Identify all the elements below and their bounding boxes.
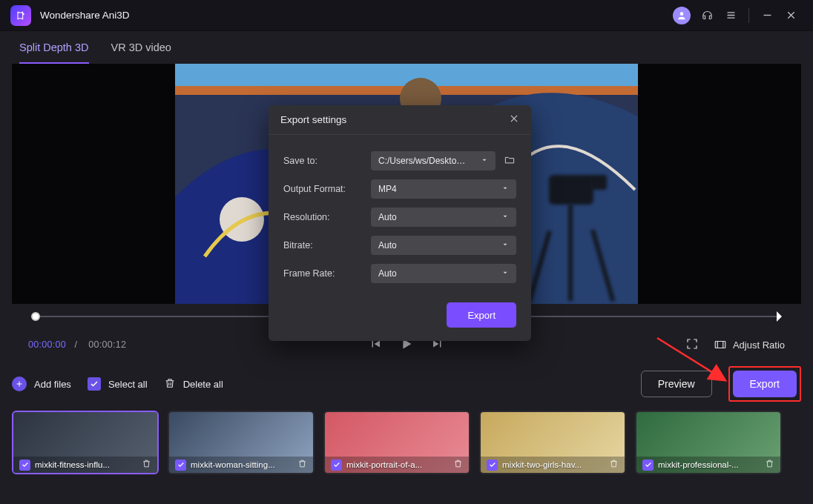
aspect-ratio-icon	[714, 338, 727, 351]
clip-footer: mixkit-two-girls-hav...	[481, 457, 625, 473]
output-format-label: Output Format:	[283, 184, 361, 194]
fullscreen-icon	[685, 337, 699, 351]
add-files-label: Add files	[34, 379, 71, 390]
clip-filename: mixkit-woman-sitting...	[191, 460, 293, 469]
time-separator: /	[74, 339, 77, 350]
titlebar: Wondershare Ani3D	[0, 0, 813, 31]
save-to-select[interactable]: C:/Users/ws/Desktop/Ani3D	[371, 151, 496, 170]
dialog-title: Export settings	[280, 114, 346, 125]
window-close-button[interactable]	[779, 4, 803, 27]
close-icon	[509, 113, 519, 124]
clip-thumbnail[interactable]: mixkit-two-girls-hav...	[479, 411, 626, 474]
titlebar-divider	[748, 8, 749, 23]
clip-footer: mixkit-portrait-of-a...	[325, 457, 469, 473]
clip-filename: mixkit-two-girls-hav...	[502, 460, 605, 469]
clip-thumbnail[interactable]: mixkit-professional-...	[635, 411, 782, 474]
timeline-end-marker[interactable]	[777, 311, 782, 322]
bitrate-select[interactable]: Auto	[371, 236, 516, 255]
chevron-down-icon	[501, 240, 509, 251]
add-files-button[interactable]: Add files	[12, 377, 71, 391]
adjust-ratio-button[interactable]: Adjust Ratio	[714, 338, 785, 351]
plus-icon	[12, 377, 27, 391]
clip-delete-button[interactable]	[609, 459, 619, 471]
current-time: 00:00:00	[28, 339, 66, 350]
svg-rect-6	[590, 175, 607, 190]
tab-split-depth-3d[interactable]: Split Depth 3D	[19, 31, 89, 64]
tab-vr-3d-video[interactable]: VR 3D video	[111, 31, 171, 64]
check-icon	[88, 377, 101, 391]
svg-rect-5	[549, 175, 593, 205]
minimize-icon	[761, 9, 774, 21]
hamburger-icon	[725, 9, 737, 21]
clip-delete-button[interactable]	[453, 459, 463, 471]
resolution-label: Resolution:	[283, 212, 361, 222]
dialog-close-button[interactable]	[509, 113, 519, 126]
clip-footer: mixkit-woman-sitting...	[169, 457, 313, 473]
chevron-down-icon	[501, 212, 509, 222]
clip-strip: mixkit-fitness-influ...mixkit-woman-sitt…	[0, 411, 813, 474]
svg-point-0	[22, 13, 24, 15]
headset-button[interactable]	[695, 4, 719, 27]
save-to-label: Save to:	[283, 156, 361, 166]
mode-tabs: Split Depth 3D VR 3D video	[0, 31, 813, 64]
clip-filename: mixkit-professional-...	[658, 460, 760, 469]
clip-thumbnail[interactable]: mixkit-portrait-of-a...	[323, 411, 470, 474]
resolution-select[interactable]: Auto	[371, 208, 516, 227]
delete-all-label: Delete all	[183, 379, 223, 390]
browse-folder-button[interactable]	[503, 154, 516, 168]
headset-icon	[701, 9, 714, 21]
clip-delete-button[interactable]	[765, 459, 774, 471]
chevron-down-icon	[501, 268, 509, 279]
user-icon	[677, 10, 687, 21]
menu-button[interactable]	[719, 4, 743, 27]
clip-filename: mixkit-portrait-of-a...	[346, 460, 449, 469]
bitrate-value: Auto	[378, 240, 397, 251]
save-to-value: C:/Users/ws/Desktop/Ani3D	[378, 156, 470, 166]
preview-button[interactable]: Preview	[641, 371, 712, 397]
clip-checkbox[interactable]	[331, 460, 342, 471]
export-settings-dialog: Export settings Save to: C:/Users/ws/Des…	[269, 105, 531, 341]
select-all-label: Select all	[108, 379, 148, 390]
output-format-select[interactable]: MP4	[371, 179, 516, 199]
delete-all-button[interactable]: Delete all	[164, 377, 223, 391]
export-button-highlight: Export	[728, 366, 801, 402]
chevron-down-icon	[501, 184, 509, 194]
frame-rate-label: Frame Rate:	[283, 268, 361, 279]
fullscreen-button[interactable]	[685, 337, 699, 353]
trash-icon	[164, 377, 176, 391]
folder-icon	[503, 154, 516, 165]
clip-delete-button[interactable]	[142, 459, 151, 471]
time-display: 00:00:00 / 00:00:12	[28, 339, 126, 350]
clip-filename: mixkit-fitness-influ...	[35, 460, 137, 469]
close-icon	[785, 9, 797, 21]
app-logo	[10, 5, 31, 26]
dialog-export-button[interactable]: Export	[447, 302, 516, 328]
svg-rect-7	[568, 205, 573, 301]
clip-checkbox[interactable]	[487, 460, 498, 471]
select-all-button[interactable]: Select all	[88, 377, 148, 391]
clip-thumbnail[interactable]: mixkit-woman-sitting...	[168, 411, 315, 474]
clip-footer: mixkit-fitness-influ...	[13, 457, 157, 473]
app-title: Wondershare Ani3D	[40, 10, 130, 21]
window-minimize-button[interactable]	[755, 4, 779, 27]
output-format-value: MP4	[378, 184, 397, 194]
clip-thumbnail[interactable]: mixkit-fitness-influ...	[12, 411, 159, 474]
account-button[interactable]	[673, 7, 691, 24]
clip-checkbox[interactable]	[19, 460, 30, 471]
duration: 00:00:12	[88, 339, 126, 350]
clip-checkbox[interactable]	[642, 460, 654, 471]
clip-footer: mixkit-professional-...	[636, 457, 780, 473]
bitrate-label: Bitrate:	[283, 240, 361, 251]
frame-rate-value: Auto	[378, 268, 397, 279]
clip-delete-button[interactable]	[297, 459, 307, 471]
clip-checkbox[interactable]	[175, 460, 186, 471]
adjust-ratio-label: Adjust Ratio	[733, 339, 785, 351]
export-button[interactable]: Export	[733, 371, 797, 397]
resolution-value: Auto	[378, 212, 397, 222]
frame-rate-select[interactable]: Auto	[371, 264, 516, 283]
file-action-bar: Add files Select all Delete all Preview …	[12, 366, 801, 402]
timeline-playhead[interactable]	[31, 312, 40, 321]
svg-rect-10	[715, 342, 725, 348]
chevron-down-icon	[481, 156, 488, 166]
